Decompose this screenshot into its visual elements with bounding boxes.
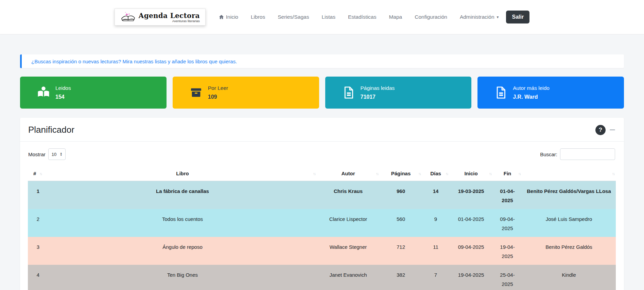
cell-start: 19-03-2025 [449, 181, 493, 209]
sort-icon: ↑↓ [39, 172, 42, 176]
stat-value: 71017 [361, 94, 395, 100]
column-header-extra[interactable]: ↑↓ [522, 166, 616, 181]
column-header-dias[interactable]: Días ↑↓ [422, 166, 449, 181]
main-content: ¿Buscas inspiración o nuevas lecturas? M… [0, 54, 644, 290]
nav-item-mapa[interactable]: Mapa [389, 14, 402, 20]
nav-item-libros[interactable]: Libros [251, 14, 265, 20]
stat-card-por-leer: Por Leer 109 [173, 77, 319, 109]
sort-icon: ↑↓ [313, 172, 315, 176]
stat-label: Por Leer [208, 85, 228, 91]
cell-pages: 712 [380, 237, 422, 265]
sort-icon: ↑↓ [612, 172, 614, 176]
cell-days: 9 [422, 209, 449, 237]
cell-pages: 560 [380, 209, 422, 237]
document-icon [494, 85, 508, 100]
collapse-minus-icon[interactable] [610, 129, 615, 130]
archive-box-icon [189, 85, 203, 100]
column-header-num[interactable]: # ↑↓ [28, 166, 48, 181]
cell-end: 25-04-2025 [493, 265, 522, 290]
cell-num: 2 [28, 209, 48, 237]
cell-author: Janet Evanovich [317, 265, 380, 290]
info-banner-text: ¿Buscas inspiración o nuevas lecturas? M… [31, 59, 237, 64]
cell-days: 14 [422, 181, 449, 209]
cell-book: Todos los cuentos [48, 209, 317, 237]
cell-days: 7 [422, 265, 449, 290]
cell-pages: 382 [380, 265, 422, 290]
logout-button[interactable]: Salir [506, 11, 529, 23]
stat-label: Leidos [55, 85, 71, 91]
cell-start: 01-04-2025 [449, 209, 493, 237]
nav-item-listas[interactable]: Listas [321, 14, 335, 20]
table-row[interactable]: 3 Ángulo de reposo Wallace Stegner 712 1… [28, 237, 616, 265]
table-row[interactable]: 1 La fábrica de canallas Chris Kraus 960… [28, 181, 616, 209]
planner-title: Planificador [28, 125, 74, 135]
info-banner: ¿Buscas inspiración o nuevas lecturas? M… [20, 54, 624, 68]
cell-author: Wallace Stegner [317, 237, 380, 265]
stat-card-leidos: Leidos 154 [20, 77, 167, 109]
cell-book: La fábrica de canallas [48, 181, 317, 209]
cell-author: Chris Kraus [317, 181, 380, 209]
cell-num: 1 [28, 181, 48, 209]
page-size-select[interactable]: 10 ▲▼ [48, 148, 66, 160]
book-reader-icon [36, 85, 51, 100]
cell-book: Ángulo de reposo [48, 237, 317, 265]
column-header-libro[interactable]: Libro ↑↓ [48, 166, 317, 181]
help-icon[interactable]: ? [595, 125, 606, 135]
cell-end: 09-04-2025 [493, 209, 522, 237]
cell-num: 4 [28, 265, 48, 290]
table-header-row: # ↑↓ Libro ↑↓ Autor ↑↓ Páginas ↑↓ [28, 166, 616, 181]
navbar: Agenda Lectora Aventuras literarias Inic… [0, 0, 644, 34]
table-row[interactable]: 2 Todos los cuentos Clarice Lispector 56… [28, 209, 616, 237]
nav-item-inicio[interactable]: Inicio [219, 14, 238, 20]
document-icon [342, 85, 356, 100]
cell-author: Clarice Lispector [317, 209, 380, 237]
cell-list: José Luis Sampedro [522, 209, 616, 237]
cell-start: 19-04-2025 [449, 265, 493, 290]
cell-end: 19-04-2025 [493, 237, 522, 265]
nav-item-estadisticas[interactable]: Estadísticas [348, 14, 377, 20]
table-row[interactable]: 4 Ten Big Ones Janet Evanovich 382 7 19-… [28, 265, 616, 290]
planner-card: Planificador ? Mostrar 10 ▲▼ Buscar: [20, 118, 624, 290]
sort-icon: ↑↓ [518, 172, 521, 176]
column-header-fin[interactable]: Fin ↑↓ [493, 166, 522, 181]
column-header-paginas[interactable]: Páginas ↑↓ [380, 166, 422, 181]
select-stepper-icon: ▲▼ [60, 152, 62, 156]
sort-icon: ↑↓ [446, 172, 448, 176]
nav-item-administracion[interactable]: Administración ▼ [460, 14, 500, 20]
cell-pages: 960 [380, 181, 422, 209]
sort-icon: ↑↓ [489, 172, 491, 176]
stat-label: Autor más leido [513, 85, 550, 91]
cell-list: Benito Pérez Galdós [522, 237, 616, 265]
table-controls: Mostrar 10 ▲▼ Buscar: [20, 142, 624, 166]
cell-list: Kindle [522, 265, 616, 290]
app-title: Agenda Lectora [139, 12, 200, 20]
stat-value: J.R. Ward [513, 94, 550, 100]
cell-end: 01-04-2025 [493, 181, 522, 209]
cell-days: 11 [422, 237, 449, 265]
search-input[interactable] [560, 148, 615, 160]
page-size-label: Mostrar [28, 151, 46, 157]
stat-cards-row: Leidos 154 Por Leer 109 [20, 77, 624, 109]
open-book-logo-icon [120, 11, 136, 23]
stat-value: 154 [55, 94, 71, 100]
column-header-inicio[interactable]: Inicio ↑↓ [449, 166, 493, 181]
stat-label: Páginas leidas [361, 85, 395, 91]
chevron-down-icon: ▼ [496, 15, 500, 19]
nav-item-configuracion[interactable]: Configuración [415, 14, 447, 20]
search-label: Buscar: [540, 151, 557, 157]
app-subtitle: Aventuras literarias [172, 19, 200, 23]
stat-card-autor-mas-leido: Autor más leido J.R. Ward [477, 77, 624, 109]
stat-value: 109 [208, 94, 228, 100]
column-header-autor[interactable]: Autor ↑↓ [317, 166, 380, 181]
cell-num: 3 [28, 237, 48, 265]
nav-menu: Inicio Libros Series/Sagas Listas Estadí… [219, 14, 500, 20]
cell-start: 09-04-2025 [449, 237, 493, 265]
home-icon [219, 14, 224, 20]
sort-icon: ↑↓ [376, 172, 378, 176]
stat-card-paginas-leidas: Páginas leidas 71017 [325, 77, 472, 109]
planner-table: # ↑↓ Libro ↑↓ Autor ↑↓ Páginas ↑↓ [28, 166, 616, 290]
cell-book: Ten Big Ones [48, 265, 317, 290]
nav-item-series-sagas[interactable]: Series/Sagas [278, 14, 309, 20]
app-logo[interactable]: Agenda Lectora Aventuras literarias [115, 9, 206, 26]
sort-icon: ↑↓ [418, 172, 421, 176]
